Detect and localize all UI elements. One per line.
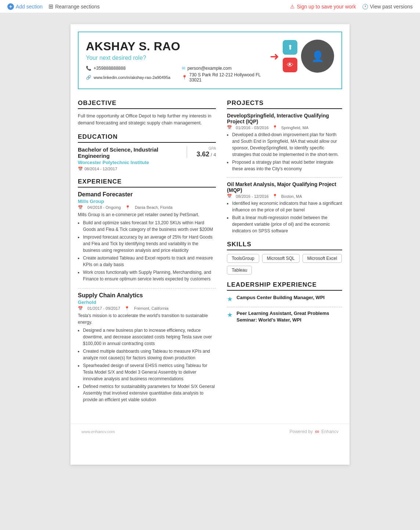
list-item: Proposed a strategy plan that would bett… (232, 159, 342, 172)
project-2-meta: 📅 08/2016 - 12/2016 📍 Boston, MA (227, 194, 342, 199)
job-2: Supply Chain Analytics Gerhold 📅 01/2017… (78, 292, 216, 403)
arrow-icon: ➜ (270, 50, 279, 63)
skill-tag: Microsoft SQL (262, 254, 300, 263)
rearrange-button[interactable]: ⊞ Rearrange sections (48, 3, 99, 10)
phone-icon: 📞 (86, 66, 91, 71)
skills-grid: ToolsGroup Microsoft SQL Microsoft Excel… (227, 254, 342, 275)
list-item: Built a linear multi-regression model be… (232, 214, 342, 234)
clock-icon: 🕐 (362, 4, 368, 10)
add-section-button[interactable]: + Add section (7, 3, 43, 10)
skills-title: SKILLS (227, 241, 342, 250)
list-item: Created multiple dashboards using Tablea… (83, 348, 216, 361)
edu-date: 📅 08/2014 - 12/2017 (78, 167, 187, 171)
contact-phone: 📞 +359888888888 (86, 66, 174, 71)
alert-icon: ⚠ (290, 4, 295, 10)
job-1-company: Mills Group (78, 199, 216, 204)
avatar: 👤 (301, 40, 334, 73)
objective-text: Full time opportunity at Office Depot to… (78, 113, 216, 127)
location-icon: 📍 (124, 306, 130, 311)
footer-logo: Powered by ∞ Enhancv (290, 428, 338, 435)
list-item: Improved forecast accuracy by an average… (83, 234, 216, 254)
job-1: Demand Forecaster Mills Group 📅 04/2018 … (78, 191, 216, 282)
project-1: DevelopSpringfield, Interactive Qualifyi… (227, 113, 342, 172)
leadership-item-1: ★ Campus Center Building Manager, WPI (227, 294, 342, 303)
experience-title: EXPERIENCE (78, 178, 216, 188)
resume-header: AKSHAY S. RAO Your next desired role? 📞 … (78, 32, 342, 89)
versions-button[interactable]: 🕐 View past versions (362, 4, 413, 10)
list-item: Create automated Tableau and Excel repor… (83, 255, 216, 268)
upload-photo-button[interactable]: ⬆ (283, 40, 297, 55)
link-icon: 🔗 (86, 75, 91, 80)
star-icon: ★ (227, 295, 233, 303)
project-2: Oil Market Analysis, Major Qualifying Pr… (227, 181, 342, 234)
skill-tag: Tableau (227, 266, 252, 275)
edu-gpa: GPA 3.62 / 4 (187, 146, 216, 158)
list-item: Identified key economic indicators that … (232, 200, 342, 213)
skill-tag: ToolsGroup (227, 254, 259, 263)
calendar-icon: 📅 (78, 205, 83, 210)
experience-section: EXPERIENCE Demand Forecaster Mills Group… (78, 178, 216, 403)
top-bar-left: + Add section ⊞ Rearrange sections (7, 3, 100, 10)
job-1-meta: 📅 04/2018 - Ongoing 📍 Dania Beach, Flori… (78, 205, 216, 210)
projects-title: PROJECTS (227, 99, 342, 109)
list-item: Work cross functionally with Supply Plan… (83, 269, 216, 282)
header-left: AKSHAY S. RAO Your next desired role? 📞 … (86, 40, 270, 83)
col-right: PROJECTS DevelopSpringfield, Interactive… (227, 93, 342, 409)
leadership-divider (227, 307, 342, 307)
project-1-title: DevelopSpringfield, Interactive Qualifyi… (227, 113, 342, 124)
avatar-wrap: 👤 (301, 40, 334, 73)
delete-photo-button[interactable]: 👁 (283, 58, 297, 72)
job-2-company: Gerhold (78, 300, 216, 305)
header-contacts: 📞 +359888888888 ✉ person@example.com 🔗 w… (86, 66, 270, 83)
candidate-role: Your next desired role? (86, 55, 270, 61)
education-block: Bachelor of Science, Industrial Engineer… (78, 146, 216, 171)
skill-tag: Microsoft Excel (303, 254, 342, 263)
resume-footer: www.enhancv.com Powered by ∞ Enhancv (70, 424, 350, 439)
objective-title: OBJECTIVE (78, 99, 216, 109)
brand-icon: ∞ (315, 428, 319, 435)
email-icon: ✉ (182, 66, 185, 71)
edu-left: Bachelor of Science, Industrial Engineer… (78, 146, 187, 171)
calendar-icon: 📅 (227, 194, 232, 199)
location-icon: 📍 (182, 75, 187, 80)
star-icon: ★ (227, 311, 233, 319)
top-bar-right: ⚠ Sign up to save your work 🕐 View past … (290, 4, 413, 10)
education-title: EDUCATION (78, 133, 216, 143)
leadership-section: LEADERSHIP EXPERIENCE ★ Campus Center Bu… (227, 281, 342, 323)
resume-body: OBJECTIVE Full time opportunity at Offic… (70, 89, 350, 416)
candidate-name: AKSHAY S. RAO (86, 40, 270, 53)
leadership-title: LEADERSHIP EXPERIENCE (227, 281, 342, 291)
list-item: Spearheaded design of several EHSS metri… (83, 362, 216, 382)
project-2-bullets: Identified key economic indicators that … (232, 200, 342, 234)
project-1-meta: 📅 01/2016 - 03/2016 📍 Springfield, MA (227, 125, 342, 130)
exp-divider (78, 288, 216, 288)
list-item: Designed a new business plan to increase… (83, 327, 216, 347)
job-2-title: Supply Chain Analytics (78, 292, 216, 299)
list-item: Developed a drilled-down improvement pla… (232, 131, 342, 158)
contact-address: 📍 730 S Park Rd 12-212 Hollywood FL 3302… (182, 72, 270, 83)
education-section: EDUCATION Bachelor of Science, Industria… (78, 133, 216, 171)
location-icon: 📍 (272, 194, 278, 199)
job-2-meta: 📅 01/2017 - 09/2017 📍 Fremont, Californi… (78, 306, 216, 311)
project-2-title: Oil Market Analysis, Major Qualifying Pr… (227, 181, 342, 193)
location-icon: 📍 (272, 125, 278, 130)
header-right: ➜ ⬆ 👁 👤 (270, 40, 334, 73)
list-item: Build and optimize sales forecast for 13… (83, 219, 216, 233)
projects-section: PROJECTS DevelopSpringfield, Interactive… (227, 99, 342, 234)
resume-container: AKSHAY S. RAO Your next desired role? 📞 … (70, 24, 350, 465)
job-2-desc: Tesla's mission is to accelerate the wor… (78, 312, 216, 326)
avatar-buttons: ⬆ 👁 (283, 40, 297, 72)
top-bar: + Add section ⊞ Rearrange sections ⚠ Sig… (0, 0, 420, 13)
job-1-bullets: Build and optimize sales forecast for 13… (83, 219, 216, 282)
job-1-title: Demand Forecaster (78, 191, 216, 198)
col-left: OBJECTIVE Full time opportunity at Offic… (78, 93, 216, 409)
signup-button[interactable]: ⚠ Sign up to save your work (290, 4, 356, 10)
leadership-item-2: ★ Peer Learning Assistant, Great Problem… (227, 310, 342, 323)
contact-linkedin: 🔗 www.linkedin.com/in/akshay-rao-2a90495… (86, 72, 174, 83)
location-icon: 📍 (125, 205, 130, 210)
footer-website: www.enhancv.com (82, 429, 115, 434)
objective-section: OBJECTIVE Full time opportunity at Offic… (78, 99, 216, 127)
skills-section: SKILLS ToolsGroup Microsoft SQL Microsof… (227, 241, 342, 275)
calendar-icon: 📅 (78, 306, 83, 311)
job-2-bullets: Designed a new business plan to increase… (83, 327, 216, 403)
